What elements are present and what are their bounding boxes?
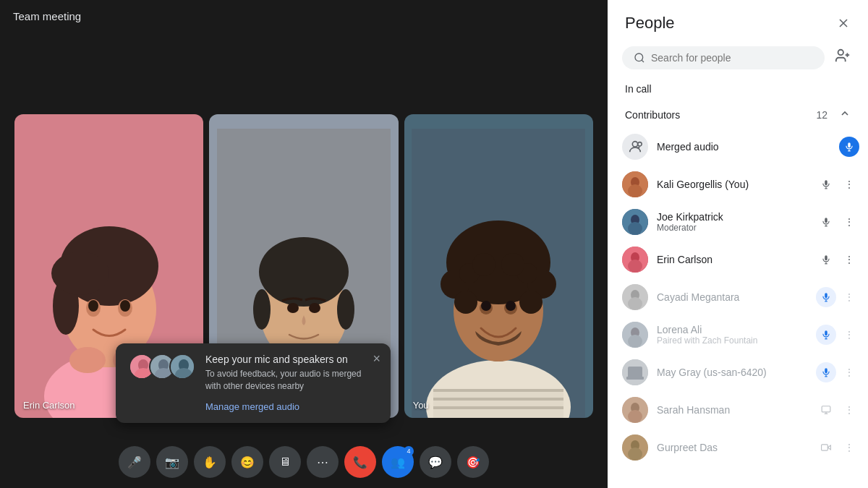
svg-point-100 — [628, 410, 642, 423]
main-video-area: Team meeting — [0, 0, 608, 488]
svg-rect-23 — [433, 389, 563, 392]
avatar-cayadi — [622, 284, 648, 310]
svg-point-32 — [519, 291, 542, 314]
name-lorena: Lorena Ali — [657, 324, 807, 335]
svg-rect-95 — [825, 368, 827, 373]
participant-item-sarah: Sarah Hansman ⋮ — [608, 391, 868, 429]
svg-point-35 — [472, 253, 495, 276]
svg-rect-65 — [825, 180, 827, 185]
meeting-title: Team meeting — [13, 10, 81, 22]
info-merged: Merged audio — [657, 141, 830, 153]
panel-close-button[interactable] — [833, 13, 854, 33]
avatar-kali — [622, 171, 648, 197]
people-button[interactable]: 👥 4 — [382, 446, 414, 478]
name-may: May Gray (us-san-6420) — [657, 367, 807, 378]
panel-title: People — [625, 14, 675, 33]
search-icon — [634, 52, 645, 64]
mic-button-lorena[interactable] — [816, 325, 836, 345]
mic-screen-button-sarah[interactable] — [816, 400, 836, 420]
contributors-row: Contributors 12 — [608, 102, 868, 128]
info-erin: Erin Carlson — [657, 254, 807, 265]
more-button-kali[interactable]: ⋮ — [839, 174, 859, 194]
more-button-lorena[interactable]: ⋮ — [839, 325, 859, 345]
svg-rect-89 — [825, 330, 827, 335]
more-button-gurpreet[interactable]: ⋮ — [839, 437, 859, 458]
svg-point-10 — [69, 347, 106, 373]
participant-item-cayadi: Cayadi Megantara ⋮ — [608, 278, 868, 316]
actions-sarah: ⋮ — [816, 400, 859, 420]
more-button-may[interactable]: ⋮ — [839, 362, 859, 382]
actions-may: ⋮ — [816, 362, 859, 382]
svg-point-9 — [120, 300, 130, 312]
contributors-collapse-button[interactable] — [839, 108, 851, 122]
actions-joe: ⋮ — [816, 212, 859, 232]
svg-point-30 — [454, 291, 477, 314]
svg-rect-101 — [822, 406, 830, 412]
participant-list: Merged audio Kali Georgellis (You — [608, 128, 868, 488]
search-input[interactable] — [651, 52, 813, 64]
share-screen-button[interactable]: 🖥 — [269, 446, 301, 478]
participant-item-joe: Joe Kirkpatrick Moderator ⋮ — [608, 203, 868, 241]
info-joe: Joe Kirkpatrick Moderator — [657, 211, 807, 233]
more-button-erin[interactable]: ⋮ — [839, 249, 859, 270]
chat-button[interactable]: 💬 — [420, 446, 451, 478]
info-cayadi: Cayadi Megantara — [657, 291, 807, 303]
info-may: May Gray (us-san-6420) — [657, 367, 807, 378]
mic-button[interactable]: 🎤 — [119, 446, 150, 478]
video-tile-you: You — [404, 114, 593, 418]
manage-merged-audio-link[interactable]: Manage merged audio — [205, 401, 299, 412]
toast-title: Keep your mic and speakers on — [205, 354, 378, 365]
svg-point-16 — [259, 237, 349, 307]
face-you — [404, 114, 593, 418]
more-options-button[interactable]: ⋯ — [307, 446, 339, 478]
more-button-joe[interactable]: ⋮ — [839, 212, 859, 232]
svg-point-58 — [638, 142, 642, 147]
svg-point-57 — [632, 142, 637, 147]
participant-item-may: May Gray (us-san-6420) ⋮ — [608, 354, 868, 391]
svg-rect-71 — [825, 218, 827, 223]
activities-button[interactable]: 🎯 — [457, 446, 489, 478]
mic-button-kali[interactable] — [816, 174, 836, 194]
svg-point-106 — [628, 448, 642, 461]
video-button-gurpreet[interactable] — [816, 437, 836, 458]
svg-point-5 — [51, 252, 109, 295]
people-panel: People In call Contributors — [608, 0, 868, 488]
end-call-button[interactable]: 📞 — [344, 446, 376, 478]
svg-point-39 — [481, 301, 491, 311]
info-lorena: Lorena Ali Paired with Zach Fountain — [657, 324, 807, 346]
reactions-button[interactable]: 😊 — [231, 446, 263, 478]
mic-button-joe[interactable] — [816, 212, 836, 232]
svg-point-88 — [628, 335, 642, 348]
tile-label-you: You — [413, 400, 429, 411]
sub-joe: Moderator — [657, 223, 807, 233]
avatar-lorena — [622, 322, 648, 348]
toast-close-button[interactable]: × — [371, 351, 382, 367]
mic-button-cayadi[interactable] — [816, 287, 836, 307]
avatar-sarah — [622, 397, 648, 423]
svg-point-54 — [838, 50, 843, 55]
search-box[interactable] — [622, 46, 825, 69]
add-person-button[interactable] — [832, 45, 854, 70]
svg-rect-108 — [822, 445, 828, 450]
actions-cayadi: ⋮ — [816, 287, 859, 307]
more-button-sarah[interactable]: ⋮ — [839, 400, 859, 420]
actions-merged — [839, 137, 859, 157]
svg-rect-94 — [626, 377, 644, 380]
toast-content: Keep your mic and speakers on To avoid f… — [205, 354, 378, 413]
participant-item-lorena: Lorena Ali Paired with Zach Fountain ⋮ — [608, 316, 868, 354]
svg-point-52 — [635, 53, 643, 61]
mic-button-erin[interactable] — [816, 249, 836, 270]
actions-gurpreet: ⋮ — [816, 437, 859, 458]
camera-button[interactable]: 📷 — [156, 446, 188, 478]
name-gurpreet: Gurpreet Das — [657, 442, 807, 453]
svg-rect-25 — [433, 406, 563, 409]
actions-erin: ⋮ — [816, 249, 859, 270]
more-button-cayadi[interactable]: ⋮ — [839, 287, 859, 307]
panel-header: People — [608, 0, 868, 45]
mic-button-may[interactable] — [816, 362, 836, 382]
name-sarah: Sarah Hansman — [657, 404, 807, 416]
mic-button-merged[interactable] — [839, 137, 859, 157]
svg-point-76 — [628, 260, 642, 273]
hand-raise-button[interactable]: ✋ — [194, 446, 226, 478]
name-kali: Kali Georgellis (You) — [657, 179, 807, 190]
